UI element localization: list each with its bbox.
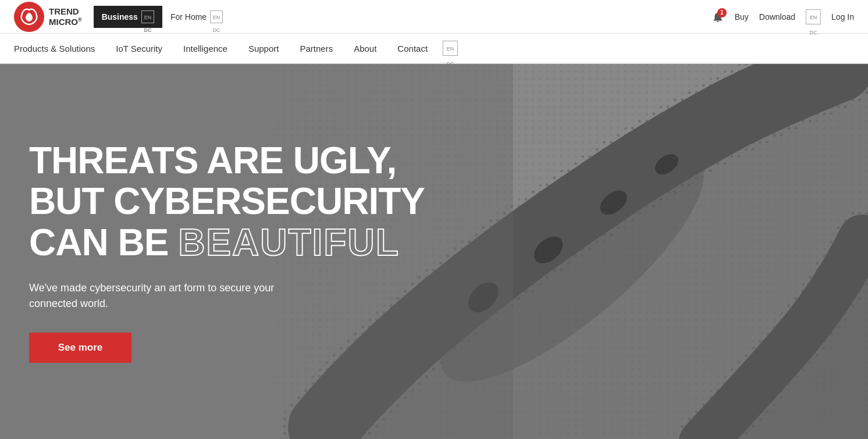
for-home-lang-icon: ENDC [210,10,223,23]
hero-section: THREATS ARE UGLY, BUT CYBERSECURITY CAN … [0,64,868,439]
hero-content: THREATS ARE UGLY, BUT CYBERSECURITY CAN … [0,64,868,439]
nav-bar: Products & Solutions IoT Security Intell… [0,34,868,64]
business-lang-icon: ENDC [141,10,154,23]
hero-title-solid: CAN BE [29,222,178,263]
hero-title: THREATS ARE UGLY, BUT CYBERSECURITY CAN … [29,140,436,263]
hero-subtitle: We've made cybersecurity an art form to … [29,280,320,312]
see-more-button[interactable]: See more [29,333,131,363]
for-home-label: For Home [170,12,207,22]
nav-products-solutions[interactable]: Products & Solutions [14,33,105,63]
logo-area: TREND MICRO® [14,2,82,32]
nav-iot-security[interactable]: IoT Security [105,33,173,63]
nav-lang-icon[interactable]: ENDC [443,41,458,56]
nav-partners[interactable]: Partners [289,33,343,63]
hero-title-line3: CAN BE BEAUTIFUL [29,222,436,263]
nav-intelligence[interactable]: Intelligence [173,33,238,63]
brand-name: TREND MICRO® [49,6,82,27]
nav-about[interactable]: About [343,33,387,63]
business-label: Business [102,12,138,22]
hero-title-line2: BUT CYBERSECURITY [29,181,436,222]
trend-micro-logo [14,2,44,32]
download-link[interactable]: Download [759,12,795,22]
top-bar: TREND MICRO® Business ENDC For Home ENDC… [0,0,868,34]
top-bar-right: 1 Buy Download ENDC Log In [712,9,854,24]
hero-title-outline: BEAUTIFUL [178,222,400,263]
hero-title-line1: THREATS ARE UGLY, [29,140,436,181]
login-link[interactable]: Log In [831,12,854,22]
top-bar-lang-icon[interactable]: ENDC [806,9,821,24]
nav-support[interactable]: Support [238,33,290,63]
business-button[interactable]: Business ENDC [94,6,162,28]
buy-link[interactable]: Buy [735,12,749,22]
notification-button[interactable]: 1 [712,10,724,23]
for-home-button[interactable]: For Home ENDC [162,6,231,28]
nav-contact[interactable]: Contact [387,33,438,63]
notification-badge: 1 [717,8,727,17]
